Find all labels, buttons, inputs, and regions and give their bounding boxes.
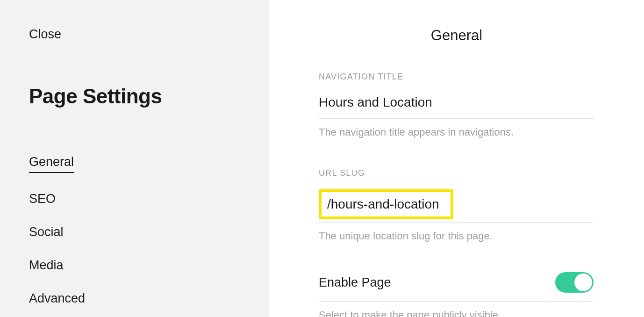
nav-item-media[interactable]: Media <box>29 258 64 273</box>
url-slug-highlight <box>319 189 453 219</box>
navigation-title-section: NAVIGATION TITLE The navigation title ap… <box>269 72 644 138</box>
enable-page-section: Enable Page Select to make the page publ… <box>269 272 644 317</box>
main-panel: General NAVIGATION TITLE The navigation … <box>269 0 644 317</box>
url-slug-help: The unique location slug for this page. <box>319 230 594 242</box>
close-button[interactable]: Close <box>29 27 61 42</box>
url-slug-input[interactable] <box>327 197 445 212</box>
nav-item-seo[interactable]: SEO <box>29 192 56 206</box>
nav-item-advanced[interactable]: Advanced <box>29 291 85 306</box>
sidebar: Close Page Settings General SEO Social M… <box>0 0 269 317</box>
main-header: General <box>269 27 644 44</box>
nav-item-general[interactable]: General <box>29 155 74 173</box>
page-title: Page Settings <box>29 85 240 108</box>
enable-page-label: Enable Page <box>319 275 391 290</box>
url-slug-row <box>319 189 594 223</box>
enable-page-toggle[interactable] <box>555 272 594 293</box>
navigation-title-input[interactable] <box>319 93 594 119</box>
nav-item-social[interactable]: Social <box>29 225 64 239</box>
navigation-title-label: NAVIGATION TITLE <box>319 72 594 82</box>
navigation-title-help: The navigation title appears in navigati… <box>319 126 594 138</box>
url-slug-section: URL SLUG The unique location slug for th… <box>269 168 644 242</box>
enable-page-row: Enable Page <box>319 272 594 302</box>
enable-page-help: Select to make the page publicly visible… <box>319 309 594 317</box>
sidebar-nav: General SEO Social Media Advanced <box>29 155 240 306</box>
url-slug-label: URL SLUG <box>319 168 594 178</box>
toggle-knob <box>574 274 592 291</box>
